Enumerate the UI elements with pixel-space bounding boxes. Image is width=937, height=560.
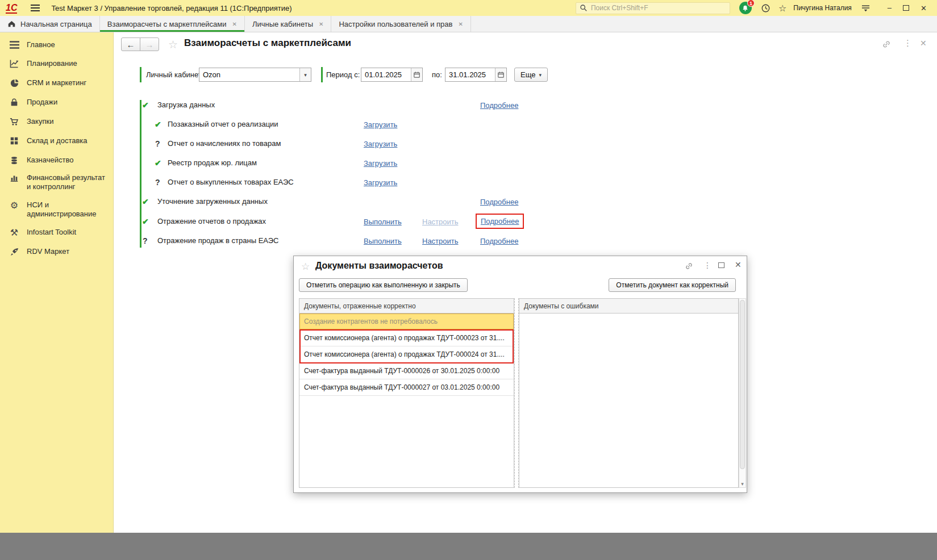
get-link-icon[interactable] bbox=[685, 262, 693, 270]
notification-badge: 1 bbox=[747, 0, 755, 7]
load-link[interactable]: Загрузить bbox=[364, 120, 397, 129]
tab-label: Личные кабинеты bbox=[252, 20, 313, 28]
period-from-label: Период с: bbox=[326, 67, 360, 82]
load-link[interactable]: Загрузить bbox=[364, 159, 397, 168]
minimize-button[interactable]: – bbox=[888, 0, 892, 16]
cabinet-combobox[interactable]: Ozon ▾ bbox=[199, 68, 311, 82]
close-dialog-icon[interactable]: ✕ bbox=[735, 260, 742, 269]
favorites-star-icon[interactable]: ☆ bbox=[778, 3, 786, 14]
error-documents-header: Документы с ошибками bbox=[519, 299, 738, 314]
details-link-highlighted[interactable]: Подробнее bbox=[481, 217, 519, 225]
close-window-button[interactable]: ✕ bbox=[921, 4, 927, 12]
correct-documents-table: Документы, отраженные корректно Создание… bbox=[299, 298, 514, 488]
combobox-dropdown-button[interactable]: ▾ bbox=[299, 68, 311, 81]
tab-home[interactable]: Начальная страница bbox=[0, 16, 100, 32]
tab-personal-cabinets[interactable]: Личные кабинеты ✕ bbox=[245, 16, 332, 32]
maximize-button[interactable] bbox=[903, 5, 909, 11]
details-link[interactable]: Подробнее bbox=[480, 198, 518, 206]
planning-chart-icon bbox=[9, 58, 19, 69]
mark-document-correct-button[interactable]: Отметить документ как корректный bbox=[609, 278, 736, 292]
more-actions-icon[interactable]: ⋮ bbox=[903, 38, 912, 48]
sections-icon bbox=[9, 40, 19, 50]
tab-close-icon[interactable]: ✕ bbox=[232, 21, 237, 27]
tab-close-icon[interactable]: ✕ bbox=[319, 21, 323, 27]
sidebar-item-infostart-toolkit[interactable]: ⚒ Infostart Toolkit bbox=[9, 227, 109, 237]
sidebar-item-sklad[interactable]: Склад и доставка bbox=[9, 136, 109, 146]
period-to-input[interactable]: 31.01.2025 bbox=[445, 68, 507, 82]
period-from-input[interactable]: 01.01.2025 bbox=[361, 68, 423, 82]
task-row-otrazhenie-eaes: ? Отражение продаж в страны ЕАЭС Выполни… bbox=[114, 234, 653, 248]
task-label: Позаказный отчет о реализации bbox=[168, 118, 278, 131]
details-link[interactable]: Подробнее bbox=[480, 101, 518, 110]
task-row-vykuplennye-eaes: ? Отчет о выкупленных товарах ЕАЭС Загру… bbox=[114, 175, 653, 189]
sidebar-item-finrezultat[interactable]: Финансовый результат и контроллинг bbox=[9, 173, 109, 191]
status-check-icon: ✔ bbox=[155, 156, 161, 170]
task-row-nachisleniya: ? Отчет о начислениях по товарам Загрузи… bbox=[114, 137, 653, 151]
more-actions-icon[interactable]: ⋮ bbox=[703, 261, 711, 270]
table-row-commission-report-23[interactable]: Отчет комиссионера (агента) о продажах Т… bbox=[299, 330, 514, 346]
main-menu-icon[interactable] bbox=[31, 5, 40, 11]
sidebar-menu: Главное Планирование CRM и маркетинг Про… bbox=[0, 32, 114, 533]
back-button[interactable]: ← bbox=[121, 37, 140, 51]
sidebar-item-nsi[interactable]: ⚙ НСИ и администрирование bbox=[9, 200, 109, 219]
sidebar-item-label: Главное bbox=[27, 40, 55, 49]
mark-operation-done-button[interactable]: Отметить операцию как выполненную и закр… bbox=[299, 278, 468, 292]
task-label: Реестр продаж юр. лицам bbox=[168, 156, 257, 170]
calendar-icon[interactable] bbox=[411, 68, 422, 81]
configure-link[interactable]: Настроить bbox=[422, 218, 459, 226]
run-link[interactable]: Выполнить bbox=[364, 218, 402, 226]
sidebar-item-planirovanie[interactable]: Планирование bbox=[9, 58, 109, 69]
forward-button[interactable]: → bbox=[140, 37, 159, 51]
history-icon[interactable] bbox=[761, 3, 771, 13]
status-question-icon: ? bbox=[143, 234, 148, 248]
table-row-invoice-26[interactable]: Счет-фактура выданный ТДУТ-0000026 от 30… bbox=[299, 363, 514, 379]
sidebar-item-prodazhi[interactable]: Продажи bbox=[9, 97, 109, 107]
user-settings-icon[interactable] bbox=[861, 4, 871, 12]
filter-accent-bar bbox=[140, 67, 141, 82]
table-row-commission-report-24[interactable]: Отчет комиссионера (агента) о продажах Т… bbox=[299, 346, 514, 363]
configure-link[interactable]: Настроить bbox=[422, 237, 459, 245]
sidebar-item-zakupki[interactable]: Закупки bbox=[9, 116, 109, 127]
search-icon bbox=[580, 4, 588, 12]
table-row-contractors-info[interactable]: Создание контрагентов не потребовалось bbox=[299, 314, 514, 330]
calendar-icon[interactable] bbox=[495, 68, 506, 81]
get-link-icon[interactable] bbox=[882, 40, 891, 49]
table-row-invoice-27[interactable]: Счет-фактура выданный ТДУТ-0000027 от 03… bbox=[299, 379, 514, 396]
sidebar-item-kaznacheystvo[interactable]: Казначейство bbox=[9, 155, 109, 165]
period-from-value: 01.01.2025 bbox=[361, 70, 411, 79]
load-link[interactable]: Загрузить bbox=[364, 178, 397, 187]
tables-splitter[interactable] bbox=[514, 298, 519, 488]
tab-close-icon[interactable]: ✕ bbox=[458, 21, 463, 27]
tab-marketplace-settlements[interactable]: Взаиморасчеты с маркетплейсами ✕ bbox=[100, 16, 245, 32]
close-page-icon[interactable]: ✕ bbox=[920, 39, 927, 48]
maximize-dialog-icon[interactable] bbox=[718, 262, 724, 268]
sidebar-item-crm[interactable]: CRM и маркетинг bbox=[9, 78, 109, 88]
global-search-input[interactable]: Поиск Ctrl+Shift+F bbox=[576, 2, 730, 14]
rocket-icon bbox=[9, 246, 19, 257]
load-link[interactable]: Загрузить bbox=[364, 140, 397, 148]
task-row-pozakazny-otchet: ✔ Позаказный отчет о реализации Загрузит… bbox=[114, 118, 653, 131]
scroll-down-arrow-icon[interactable]: ▾ bbox=[739, 481, 746, 487]
dialog-scrollbar[interactable]: ▾ bbox=[739, 298, 746, 488]
favorite-star-icon[interactable]: ☆ bbox=[168, 38, 178, 51]
notifications-bell-icon[interactable]: 1 bbox=[739, 2, 752, 14]
favorite-star-icon[interactable]: ☆ bbox=[301, 261, 310, 273]
sidebar-item-glavnoe[interactable]: Главное bbox=[9, 40, 109, 50]
sidebar-item-rdv-market[interactable]: RDV Маркет bbox=[9, 246, 109, 257]
more-button[interactable]: Еще ▾ bbox=[514, 68, 548, 82]
status-check-icon: ✔ bbox=[142, 98, 149, 112]
scrollbar-thumb[interactable] bbox=[740, 300, 745, 469]
period-to-label: по: bbox=[432, 67, 442, 82]
current-user-name[interactable]: Пичугина Наталия bbox=[793, 4, 852, 12]
tab-user-settings[interactable]: Настройки пользователей и прав ✕ bbox=[331, 16, 470, 32]
tools-icon: ⚒ bbox=[9, 227, 19, 237]
warehouse-grid-icon bbox=[9, 136, 19, 146]
period-to-value: 31.01.2025 bbox=[445, 70, 495, 79]
run-link[interactable]: Выполнить bbox=[364, 237, 402, 245]
details-highlight-box: Подробнее bbox=[476, 214, 524, 229]
filter-accent-bar bbox=[321, 67, 323, 82]
sidebar-item-label: Infostart Toolkit bbox=[27, 227, 76, 237]
task-row-reestr-prodazh: ✔ Реестр продаж юр. лицам Загрузить bbox=[114, 156, 653, 170]
details-link[interactable]: Подробнее bbox=[480, 237, 518, 245]
window-title: Test Маркет 3 / Управление торговлей, ре… bbox=[51, 4, 291, 12]
